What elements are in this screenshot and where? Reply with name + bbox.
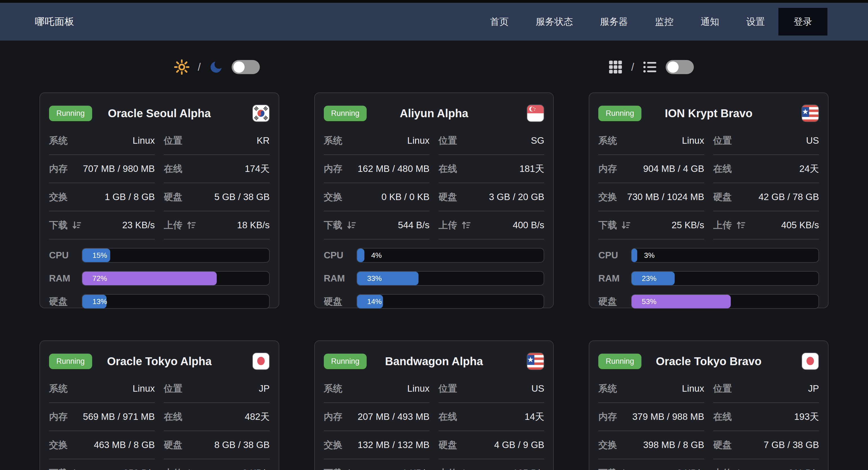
disk-value: 5 GB / 38 GB [214,192,270,202]
upload-label: 上传 [713,467,746,470]
disk-value: 4 GB / 9 GB [494,440,544,450]
ram-usage-row: RAM23% [598,271,819,286]
server-card-1[interactable]: Running Aliyun Alpha 系统 Linux 位置 SG 内存 1… [314,92,554,308]
download-cell: 下载 1 KB/s [324,459,430,470]
nav-item-6[interactable]: 登录 [778,8,828,35]
swap-value: 730 MB / 1024 MB [627,192,704,202]
upload-value: 405 KB/s [781,220,819,230]
memory-label: 内存 [598,411,617,423]
upload-value: 400 B/s [513,220,544,230]
download-value: 23 KB/s [122,220,155,230]
status-badge: Running [324,106,367,121]
disk-cell: 硬盘 7 GB / 38 GB [713,431,819,459]
nav-item-1[interactable]: 服务状态 [522,3,586,40]
uptime-cell: 在线 193天 [713,403,819,431]
theme-switcher: / [0,54,434,80]
disk-value: 7 GB / 38 GB [764,440,819,450]
memory-cell: 内存 207 MB / 493 MB [324,403,430,431]
system-value: Linux [407,383,430,394]
download-cell: 下载 2 KB/s [598,459,704,470]
system-label: 系统 [324,134,342,147]
location-cell: 位置 US [713,127,819,155]
disk-cell: 硬盘 4 GB / 9 GB [438,431,544,459]
server-name: Aliyun Alpha [400,107,468,120]
usage-bars: CPU15%RAM72%硬盘13% [49,248,270,309]
location-cell: 位置 SG [438,127,544,155]
moon-icon [209,60,223,74]
sort-up-icon [187,468,196,470]
disk-bar-label: 硬盘 [324,295,356,308]
cpu-percent-value: 15% [92,249,107,262]
location-cell: 位置 JP [713,375,819,403]
sort-down-icon [72,220,82,230]
swap-cell: 交换 730 MB / 1024 MB [598,183,704,211]
swap-value: 0 KB / 0 KB [381,192,430,202]
disk-value: 3 GB / 20 GB [489,192,544,202]
location-value: US [531,383,544,394]
memory-cell: 内存 569 MB / 971 MB [49,403,155,431]
sort-up-icon [462,220,471,230]
main-nav: 首页服务状态服务器监控通知设置登录 [476,3,828,40]
memory-label: 内存 [598,163,617,175]
memory-label: 内存 [49,411,68,423]
location-label: 位置 [713,382,732,395]
disk-progress-bar: 53% [631,294,819,309]
upload-value: 2 KB/s [242,468,270,470]
card-header: Running Bandwagon Alpha [324,348,545,375]
sort-down-icon [347,468,356,470]
country-flag-icon [252,104,270,122]
upload-cell: 上传 2 KB/s [164,459,270,470]
server-card-0[interactable]: Running Oracle Seoul Alpha 系统 Linux 位置 K… [39,92,279,308]
nav-item-3[interactable]: 监控 [642,3,687,40]
disk-value: 42 GB / 78 GB [758,192,819,202]
list-view-icon [643,60,657,74]
view-toggle-knob [668,61,679,73]
disk-usage-row: 硬盘13% [49,294,270,309]
server-name: Oracle Seoul Alpha [108,107,211,120]
nav-item-4[interactable]: 通知 [687,3,733,40]
sort-up-icon [462,468,471,470]
sort-down-icon [621,220,631,230]
system-label: 系统 [49,134,68,147]
memory-value: 379 MB / 988 MB [632,411,704,422]
location-value: US [806,135,819,146]
nav-item-5[interactable]: 设置 [733,3,778,40]
disk-progress-bar: 13% [82,294,270,309]
view-toggle[interactable] [665,60,694,74]
disk-label: 硬盘 [164,439,182,451]
site-title[interactable]: 哪吒面板 [35,15,74,28]
uptime-cell: 在线 24天 [713,155,819,183]
swap-cell: 交换 0 KB / 0 KB [324,183,430,211]
theme-toggle[interactable] [231,60,260,74]
country-flag-icon [802,352,819,370]
server-card-5[interactable]: Running Oracle Tokyo Bravo 系统 Linux 位置 J… [589,340,829,470]
system-label: 系统 [598,382,617,395]
status-badge: Running [324,354,367,369]
system-value: Linux [132,383,155,394]
download-label: 下载 [49,219,82,231]
disk-percent-value: 13% [92,295,107,308]
nav-item-0[interactable]: 首页 [476,3,522,40]
memory-cell: 内存 379 MB / 988 MB [598,403,704,431]
nav-item-2[interactable]: 服务器 [586,3,642,40]
download-value: 1 KB/s [402,468,430,470]
cpu-usage-row: CPU15% [49,248,270,262]
uptime-value: 181天 [519,163,544,175]
theme-separator: / [198,61,201,73]
server-card-4[interactable]: Running Bandwagon Alpha 系统 Linux 位置 US 内… [314,340,554,470]
usage-bars: CPU4%RAM33%硬盘14% [324,248,545,309]
server-name: ION Krypt Bravo [665,107,752,120]
ram-progress-bar: 23% [631,271,819,286]
sort-down-icon [347,220,356,230]
disk-cell: 硬盘 5 GB / 38 GB [164,183,270,211]
location-label: 位置 [713,134,732,147]
upload-value: 195 B/s [513,468,544,470]
theme-toggle-knob [234,61,245,73]
server-card-2[interactable]: Running ION Krypt Bravo 系统 Linux 位置 US 内… [589,92,829,308]
server-card-3[interactable]: Running Oracle Tokyo Alpha 系统 Linux 位置 J… [39,340,279,470]
card-header: Running ION Krypt Bravo [598,100,819,127]
server-grid: Running Oracle Seoul Alpha 系统 Linux 位置 K… [39,92,829,470]
upload-value: 611 B/s [788,468,819,470]
location-label: 位置 [438,382,457,395]
uptime-value: 174天 [245,163,270,175]
